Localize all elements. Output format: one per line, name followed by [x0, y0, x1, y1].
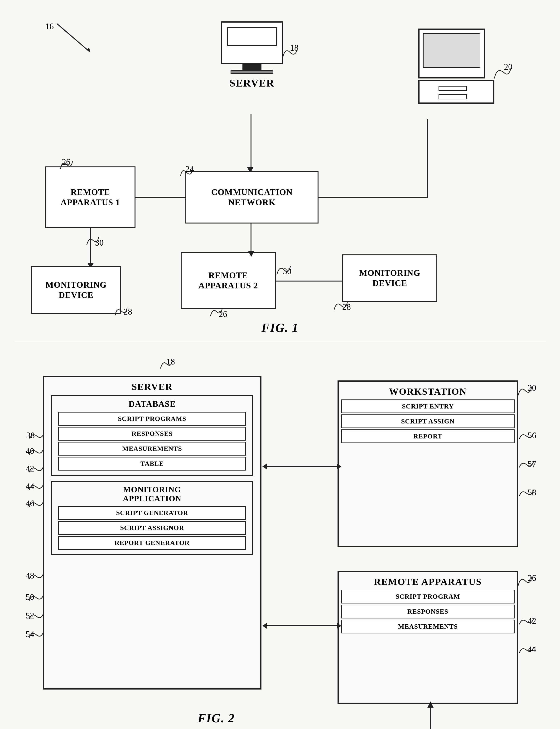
script-entry-box: SCRIPT ENTRY	[341, 400, 515, 413]
mon-device-2-label: MONITORING DEVICE	[359, 268, 420, 288]
ws-drive2	[439, 94, 467, 99]
ref26-2-squiggle	[209, 307, 223, 318]
up-arrow-fig2	[427, 701, 434, 708]
script-entry-label: SCRIPT ENTRY	[402, 403, 454, 410]
table-server-box: TABLE	[58, 457, 246, 471]
ref57-squiggle	[518, 460, 535, 470]
script-generator-box: SCRIPT GENERATOR	[58, 506, 246, 520]
svg-marker-5	[427, 701, 434, 708]
server-to-comm-line	[251, 114, 251, 171]
monitoring-device-1-box: MONITORING DEVICE	[31, 266, 121, 314]
measurements-remote-label: MEASUREMENTS	[398, 623, 458, 630]
server-title: SERVER	[44, 381, 260, 392]
fig1-caption: FIG. 1	[261, 321, 299, 335]
ref30-1-squiggle	[86, 235, 100, 247]
workstation-outer-box: WORKSTATION SCRIPT ENTRY SCRIPT ASSIGN R…	[338, 381, 518, 547]
ref24-squiggle	[178, 166, 195, 178]
responses-remote-label: RESPONSES	[407, 608, 448, 615]
fig1-diagram: 16 SERVER 18	[14, 14, 546, 342]
comm-network-label: COMMUNICATION NETWORK	[211, 187, 293, 207]
script-programs-label: SCRIPT PROGRAMS	[118, 415, 186, 422]
script-program-remote-label: SCRIPT PROGRAM	[396, 593, 460, 600]
ref26-1-squiggle	[59, 159, 74, 171]
responses-server-label: RESPONSES	[132, 430, 173, 437]
script-generator-label: SCRIPT GENERATOR	[116, 509, 188, 517]
ref16-arrow	[52, 19, 100, 57]
script-assign-box: SCRIPT ASSIGN	[341, 415, 515, 428]
ref18-squiggle	[280, 45, 299, 59]
remote-apparatus-1-box: REMOTE APPARATUS 1	[45, 166, 135, 228]
ref42r-squiggle	[518, 617, 535, 627]
database-label: DATABASE	[56, 399, 248, 409]
script-assignor-box: SCRIPT ASSIGNOR	[58, 521, 246, 535]
server-base	[242, 64, 261, 70]
down-arrow3	[248, 250, 255, 257]
ws-body	[418, 80, 494, 104]
workstation-icon-fig1	[418, 29, 494, 104]
workstation-title: WORKSTATION	[339, 386, 517, 397]
svg-line-0	[57, 24, 90, 52]
ref40-squiggle	[28, 448, 45, 457]
server-screen	[227, 27, 277, 46]
remote-apparatus-title: REMOTE APPARATUS	[339, 576, 517, 587]
ref48-squiggle	[28, 572, 45, 582]
ref28-1-squiggle	[114, 306, 128, 318]
page: 16 SERVER 18	[0, 0, 560, 729]
script-assign-label: SCRIPT ASSIGN	[401, 418, 455, 425]
ref30-2-squiggle	[276, 264, 292, 277]
server-icon: SERVER	[221, 21, 283, 89]
ref56-squiggle	[518, 432, 535, 441]
measurements-server-label: MEASUREMENTS	[122, 445, 182, 452]
remote-apparatus-1-label: REMOTE APPARATUS 1	[61, 187, 120, 207]
remote-apparatus-2-label: REMOTE APPARATUS 2	[198, 270, 258, 291]
ref44s-squiggle	[28, 483, 45, 492]
fig2-diagram: 18 SERVER DATABASE SCRIPT PROGRAMS RESPO…	[14, 356, 546, 728]
server-monitor-shape	[221, 21, 283, 64]
report-generator-label: REPORT GENERATOR	[115, 539, 190, 546]
server-remote-arrow	[266, 625, 338, 626]
ref52-squiggle	[28, 612, 45, 622]
ref42s-squiggle	[28, 465, 45, 475]
measurements-server-box: MEASUREMENTS	[58, 442, 246, 456]
script-assignor-label: SCRIPT ASSIGNOR	[120, 524, 184, 532]
comm-network-box: COMMUNICATION NETWORK	[185, 171, 319, 223]
report-generator-box: REPORT GENERATOR	[58, 536, 246, 550]
ref58-squiggle	[518, 489, 535, 498]
ref28-2-squiggle	[333, 299, 349, 313]
monitoring-app-label: MONITORING APPLICATION	[56, 485, 248, 503]
ref44r-squiggle	[518, 646, 535, 655]
comm-to-remote2-line	[251, 223, 251, 252]
server-label-fig1: SERVER	[230, 77, 275, 89]
ref46-squiggle	[28, 500, 45, 509]
ws-vertical-line	[427, 119, 428, 197]
monitoring-app-section: MONITORING APPLICATION SCRIPT GENERATOR …	[51, 481, 253, 555]
server-outer-box: SERVER DATABASE SCRIPT PROGRAMS RESPONSE…	[43, 376, 261, 690]
remote1-to-mon1-line	[90, 228, 91, 266]
ws-monitor-shape	[418, 29, 485, 78]
ref26-fig2-squiggle	[517, 575, 534, 588]
database-section: DATABASE SCRIPT PROGRAMS RESPONSES MEASU…	[51, 395, 253, 476]
svg-marker-4	[248, 251, 254, 257]
responses-remote-box: RESPONSES	[341, 605, 515, 618]
ref20-squiggle	[492, 64, 513, 81]
remote2-to-mon2-line	[276, 280, 342, 281]
server-ws-arrow	[266, 466, 338, 467]
server-stand	[231, 70, 273, 74]
responses-server-box: RESPONSES	[58, 427, 246, 441]
report-box: REPORT	[341, 430, 515, 443]
comm-to-ws-line	[319, 197, 428, 198]
ref54-squiggle	[28, 631, 45, 640]
script-program-remote-box: SCRIPT PROGRAM	[341, 590, 515, 604]
ref18-fig2-squiggle	[159, 359, 174, 371]
report-label: REPORT	[413, 433, 442, 440]
ref50-squiggle	[28, 594, 45, 603]
remote-apparatus-2-box: REMOTE APPARATUS 2	[181, 252, 276, 309]
ws-screen	[423, 33, 480, 68]
ref20-fig2-squiggle	[517, 385, 534, 398]
script-programs-box: SCRIPT PROGRAMS	[58, 412, 246, 426]
monitoring-device-2-box: MONITORING DEVICE	[342, 254, 437, 302]
table-server-label: TABLE	[140, 460, 164, 467]
ref38-squiggle	[29, 432, 45, 441]
measurements-remote-box: MEASUREMENTS	[341, 620, 515, 633]
mon-device-1-label: MONITORING DEVICE	[45, 280, 106, 300]
